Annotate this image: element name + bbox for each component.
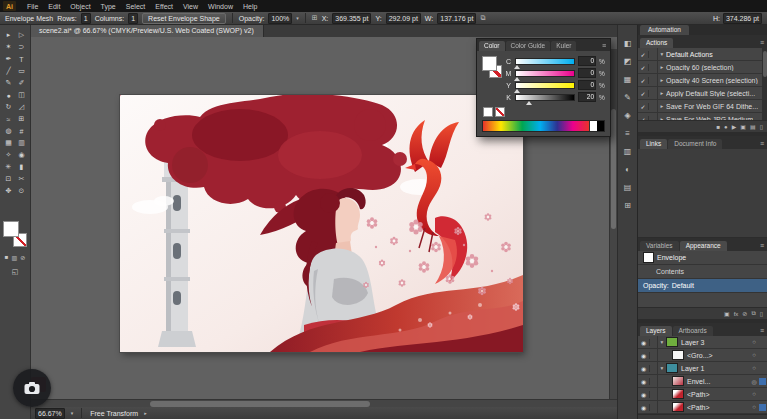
expander-icon[interactable]: ▾ xyxy=(658,365,666,371)
panel-menu-icon[interactable]: ≡ xyxy=(602,41,608,51)
blob-brush-tool-icon[interactable]: ● xyxy=(2,89,15,101)
action-row[interactable]: ✓ ▾ Default Actions xyxy=(638,48,767,61)
columns-input[interactable]: 1 xyxy=(128,13,138,24)
target-icon[interactable]: ○ xyxy=(749,404,759,410)
color-panel-tab[interactable]: Color xyxy=(479,41,505,51)
x-input[interactable]: 369.355 pt xyxy=(332,13,371,24)
color-panel-icon[interactable]: ◧ xyxy=(624,39,632,48)
menu-item[interactable]: View xyxy=(178,3,203,10)
menu-item[interactable]: Window xyxy=(203,3,238,10)
delete-action-icon[interactable]: ▯ xyxy=(760,123,763,130)
lock-toggle[interactable] xyxy=(650,401,658,413)
spectrum-black-swatch[interactable] xyxy=(597,121,604,131)
gradient-mode-button[interactable]: ▥ xyxy=(11,254,17,261)
lasso-tool-icon[interactable]: ⊃ xyxy=(15,41,28,53)
column-graph-tool-icon[interactable]: ▮ xyxy=(15,161,28,173)
spectrum-gradient[interactable] xyxy=(483,121,589,131)
action-row[interactable]: ✓ ▸ Opacity 40 Screen (selection) xyxy=(638,74,767,87)
graphic-styles-panel-icon[interactable]: ▤ xyxy=(624,183,632,192)
modal-toggle[interactable] xyxy=(649,113,658,120)
lock-toggle[interactable] xyxy=(650,388,658,400)
expander-icon[interactable]: ▸ xyxy=(658,116,666,120)
menu-item[interactable]: Type xyxy=(96,3,121,10)
color-slider[interactable] xyxy=(515,70,575,77)
spectrum-white-swatch[interactable] xyxy=(589,121,597,131)
menu-item[interactable]: File xyxy=(22,3,43,10)
target-icon[interactable]: ○ xyxy=(749,391,759,397)
mesh-tool-icon[interactable]: ▦ xyxy=(2,137,15,149)
white-swatch[interactable] xyxy=(483,107,493,117)
appearance-row[interactable]: Opacity: Default xyxy=(638,279,767,293)
action-checkbox-icon[interactable]: ✓ xyxy=(638,77,649,84)
tab-actions[interactable]: Actions xyxy=(640,38,673,48)
action-checkbox-icon[interactable]: ✓ xyxy=(638,116,649,121)
fill-swatch[interactable] xyxy=(482,56,497,71)
reference-point-icon[interactable]: ⊞ xyxy=(312,14,318,22)
color-panel-tab[interactable]: Kuler xyxy=(551,41,576,51)
expander-icon[interactable]: ▸ xyxy=(658,90,666,96)
appearance-tab[interactable]: Variables xyxy=(640,241,679,251)
screen-mode-button[interactable]: ◱ xyxy=(0,268,30,276)
free-transform-tool-icon[interactable]: ⊞ xyxy=(15,113,28,125)
gradient-panel-icon[interactable]: ▥ xyxy=(624,147,632,156)
color-guide-panel-icon[interactable]: ◩ xyxy=(624,57,632,66)
swatches-panel-icon[interactable]: ▦ xyxy=(624,75,632,84)
line-segment-tool-icon[interactable]: ╱ xyxy=(2,65,15,77)
stroke-panel-icon[interactable]: ≡ xyxy=(625,129,630,138)
w-input[interactable]: 137.176 pt xyxy=(437,13,476,24)
opacity-caret-icon[interactable]: ▾ xyxy=(296,15,299,21)
target-icon[interactable]: ○ xyxy=(749,339,759,345)
paintbrush-tool-icon[interactable]: ✎ xyxy=(2,77,15,89)
color-mode-button[interactable]: ■ xyxy=(5,254,9,261)
color-spectrum-bar[interactable] xyxy=(482,120,605,132)
blend-tool-icon[interactable]: ◉ xyxy=(15,149,28,161)
links-tab[interactable]: Links xyxy=(640,139,667,149)
rotate-tool-icon[interactable]: ↻ xyxy=(2,101,15,113)
menu-item[interactable]: Select xyxy=(121,3,150,10)
brushes-panel-icon[interactable]: ✎ xyxy=(624,93,631,102)
hand-tool-icon[interactable]: ✥ xyxy=(2,185,15,197)
shape-builder-tool-icon[interactable]: ◍ xyxy=(2,125,15,137)
color-slider[interactable] xyxy=(515,94,575,101)
y-input[interactable]: 292.09 pt xyxy=(386,13,421,24)
pencil-tool-icon[interactable]: ✐ xyxy=(15,77,28,89)
visibility-eye-icon[interactable]: ◉ xyxy=(638,365,650,372)
constrain-proportions-icon[interactable]: ⧉ xyxy=(480,14,485,22)
eyedropper-tool-icon[interactable]: ✧ xyxy=(2,149,15,161)
align-panel-icon[interactable]: ⊞ xyxy=(624,201,631,210)
panel-menu-icon[interactable]: ≡ xyxy=(760,38,766,48)
modal-toggle[interactable] xyxy=(649,74,658,86)
appearance-row[interactable]: Contents xyxy=(638,265,767,279)
links-tab[interactable]: Document Info xyxy=(668,139,722,149)
google-lens-camera-button[interactable] xyxy=(13,369,51,407)
visibility-eye-icon[interactable]: ◉ xyxy=(638,352,650,359)
menu-item[interactable]: Object xyxy=(65,3,95,10)
menu-item[interactable]: Help xyxy=(238,3,262,10)
gradient-tool-icon[interactable]: ▥ xyxy=(15,137,28,149)
color-panel-tab[interactable]: Color Guide xyxy=(506,41,551,51)
panel-menu-icon[interactable]: ≡ xyxy=(760,139,766,149)
artboard[interactable] xyxy=(120,95,523,352)
slider-pointer-icon[interactable] xyxy=(526,101,532,105)
action-row[interactable]: ✓ ▸ Opacity 60 (selection) xyxy=(638,61,767,74)
expander-icon[interactable]: ▾ xyxy=(658,339,666,345)
selection-tool-icon[interactable]: ▸ xyxy=(2,29,15,41)
slice-tool-icon[interactable]: ✂ xyxy=(15,173,28,185)
modal-toggle[interactable] xyxy=(649,100,658,112)
expander-icon[interactable]: ▾ xyxy=(658,51,666,57)
target-icon[interactable]: ○ xyxy=(749,352,759,358)
expander-icon[interactable]: ▸ xyxy=(658,64,666,70)
modal-toggle[interactable] xyxy=(649,87,658,99)
layer-row[interactable]: ◉ ▾ Layer 3 ○ xyxy=(638,336,767,349)
layers-tab[interactable]: Artboards xyxy=(673,326,713,336)
modal-toggle[interactable] xyxy=(649,48,658,60)
target-icon[interactable]: ◎ xyxy=(749,378,759,385)
modal-toggle[interactable] xyxy=(649,61,658,73)
width-tool-icon[interactable]: ≈ xyxy=(2,113,15,125)
layer-row[interactable]: ◉ <Gro...> ○ xyxy=(638,349,767,362)
new-action-icon[interactable]: ▤ xyxy=(750,123,756,130)
menu-item[interactable]: Effect xyxy=(150,3,178,10)
slider-pointer-icon[interactable] xyxy=(514,89,520,93)
layer-row[interactable]: ◉ <Path> ○ xyxy=(638,388,767,401)
perspective-grid-tool-icon[interactable]: # xyxy=(15,125,28,137)
